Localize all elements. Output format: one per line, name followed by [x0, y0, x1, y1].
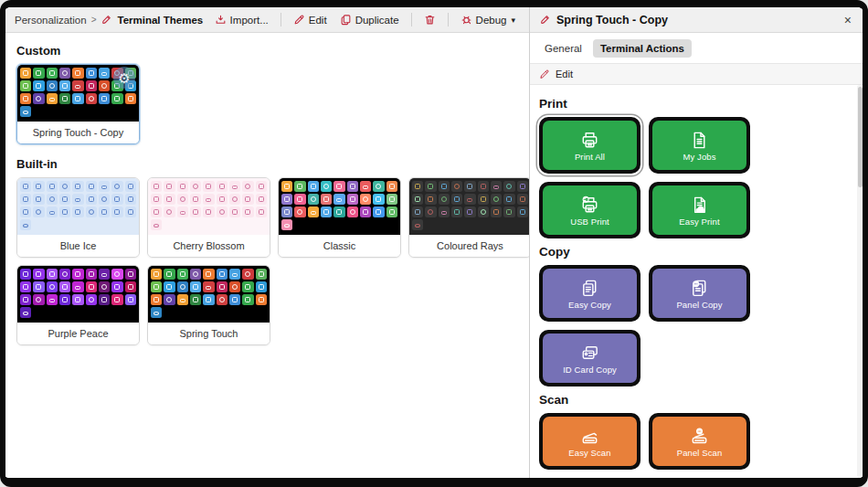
- theme-tile-icon: [412, 219, 423, 230]
- theme-tile-icon: [464, 181, 475, 192]
- theme-tile-icon: [111, 206, 122, 217]
- action-label: USB Print: [570, 217, 609, 227]
- theme-tile-icon: [72, 194, 83, 205]
- theme-tile-icon: [86, 68, 97, 79]
- action-label: Easy Copy: [568, 300, 611, 310]
- theme-tile-icon: [47, 68, 58, 79]
- theme-tile-icon: [229, 206, 240, 217]
- theme-tile-icon: [203, 269, 214, 280]
- theme-tile-icon: [190, 181, 201, 192]
- theme-tile-icon: [256, 194, 267, 205]
- panel-edit-button[interactable]: Edit: [530, 63, 863, 85]
- duplicate-button[interactable]: Duplicate: [335, 12, 404, 27]
- close-icon[interactable]: ×: [842, 13, 853, 27]
- theme-tile-icon: [164, 181, 175, 192]
- theme-tile-icon: [217, 294, 228, 305]
- tab-general[interactable]: General: [537, 39, 589, 58]
- theme-tile-icon: [151, 206, 162, 217]
- theme-card-cherry-blossom[interactable]: Cherry Blossom: [147, 177, 270, 258]
- theme-tile-icon: [99, 194, 110, 205]
- theme-thumbnail: [409, 178, 529, 235]
- theme-tile-icon: [451, 206, 462, 217]
- import-button[interactable]: Import...: [210, 12, 273, 27]
- breadcrumb-separator-icon: >: [91, 15, 97, 25]
- theme-tile-icon: [99, 281, 110, 292]
- scanner-icon: [579, 426, 600, 447]
- theme-tile-icon: [517, 194, 528, 205]
- theme-tile-icon: [360, 181, 371, 192]
- theme-card-spring-touch-copy[interactable]: ⚙Spring Touch - Copy: [16, 64, 140, 144]
- theme-tile-icon: [256, 294, 267, 305]
- gear-icon[interactable]: ⚙: [113, 67, 135, 89]
- theme-tile-icon: [125, 294, 136, 305]
- terminal-action-usb-print[interactable]: USB Print: [539, 182, 640, 238]
- breadcrumb-parent[interactable]: Personalization: [15, 15, 87, 26]
- theme-card-spring-touch[interactable]: Spring Touch: [147, 265, 270, 345]
- theme-card-coloured-rays[interactable]: Coloured Rays: [408, 177, 529, 258]
- terminal-action-panel-copy[interactable]: Panel Copy: [649, 265, 750, 322]
- terminal-action-print-all[interactable]: Print All: [539, 117, 640, 174]
- panel-title: Spring Touch - Copy: [556, 14, 668, 26]
- action-row: Easy CopyPanel CopyID Card Copy: [539, 265, 850, 386]
- terminal-action-my-jobs[interactable]: My Jobs: [649, 117, 750, 174]
- theme-tile-icon: [33, 93, 44, 104]
- terminal-action-easy-copy[interactable]: Easy Copy: [539, 265, 640, 322]
- theme-card-purple-peace[interactable]: Purple Peace: [16, 265, 140, 345]
- theme-tile-icon: [111, 181, 122, 192]
- theme-tile-icon: [203, 194, 214, 205]
- theme-thumbnail: [279, 178, 400, 235]
- theme-tile-icon: [72, 80, 83, 91]
- theme-tile-icon: [111, 269, 122, 280]
- theme-tile-icon: [451, 181, 462, 192]
- builtin-section-heading: Built-in: [16, 157, 518, 171]
- theme-tile-icon: [111, 294, 122, 305]
- scrollbar-thumb[interactable]: [858, 87, 863, 187]
- terminal-action-easy-print[interactable]: Easy Print: [649, 182, 750, 238]
- theme-tile-icon: [20, 206, 31, 217]
- terminal-themes-pane: Personalization > Terminal Themes Import…: [5, 7, 529, 478]
- theme-tile-icon: [478, 206, 489, 217]
- terminal-action-id-card-copy[interactable]: ID Card Copy: [539, 330, 640, 386]
- theme-tile-icon: [321, 181, 332, 192]
- edit-button[interactable]: Edit: [289, 12, 332, 27]
- terminal-action-easy-scan[interactable]: Easy Scan: [539, 413, 640, 470]
- theme-tile-icon: [72, 294, 83, 305]
- theme-tile-icon: [20, 68, 31, 79]
- theme-tile-icon: [20, 307, 31, 318]
- theme-name: Purple Peace: [17, 323, 139, 344]
- theme-name: Classic: [279, 235, 400, 257]
- theme-tile-icon: [20, 281, 31, 292]
- panel-tabs: General Terminal Actions: [530, 33, 863, 63]
- theme-tile-icon: [72, 181, 83, 192]
- theme-card-classic[interactable]: Classic: [278, 177, 401, 258]
- theme-name: Cherry Blossom: [148, 235, 270, 257]
- brush-icon: [539, 14, 551, 26]
- delete-button[interactable]: [419, 12, 440, 27]
- theme-thumbnail: [17, 266, 139, 323]
- theme-tile-icon: [242, 281, 253, 292]
- theme-tile-icon: [20, 269, 31, 280]
- theme-tile-icon: [491, 206, 502, 217]
- theme-tile-icon: [164, 281, 175, 292]
- themes-content: Custom ⚙Spring Touch - Copy Built-in Blu…: [5, 33, 529, 478]
- tab-terminal-actions[interactable]: Terminal Actions: [593, 39, 692, 58]
- theme-detail-panel: Spring Touch - Copy × General Terminal A…: [529, 7, 863, 478]
- theme-tile-icon: [503, 194, 514, 205]
- page-title: Terminal Themes: [117, 15, 203, 26]
- theme-tile-icon: [125, 93, 136, 104]
- theme-tile-icon: [33, 206, 44, 217]
- theme-tile-icon: [20, 80, 31, 91]
- theme-card-blue-ice[interactable]: Blue Ice: [16, 177, 140, 258]
- theme-tile-icon: [294, 206, 305, 217]
- printer-icon: [579, 130, 600, 151]
- theme-tile-icon: [190, 206, 201, 217]
- theme-name: Spring Touch - Copy: [17, 122, 139, 143]
- debug-button[interactable]: Debug ▾: [456, 12, 520, 27]
- action-label: Panel Scan: [677, 448, 723, 458]
- theme-thumbnail: [148, 178, 270, 235]
- theme-tile-icon: [20, 106, 31, 117]
- document-icon: [689, 130, 710, 151]
- terminal-action-panel-scan[interactable]: Panel Scan: [649, 413, 750, 470]
- theme-tile-icon: [86, 181, 97, 192]
- theme-tile-icon: [164, 194, 175, 205]
